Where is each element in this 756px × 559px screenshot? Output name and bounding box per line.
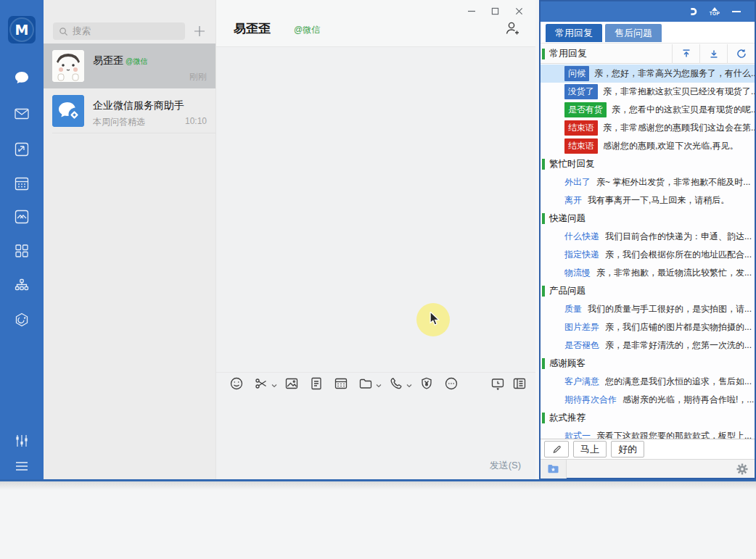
search-input[interactable]: 搜索 <box>53 22 185 40</box>
folder-dropdown-caret[interactable] <box>376 383 382 389</box>
split-view-icon[interactable] <box>512 376 527 391</box>
calendar-grid-icon[interactable] <box>334 376 348 391</box>
message-input[interactable]: 发送(S) <box>216 394 535 479</box>
edit-pencil-icon[interactable] <box>544 441 569 457</box>
reply-text: 感谢亲的光临，期待再合作啦!，... <box>623 394 754 406</box>
quick-reply-button[interactable]: 好的 <box>611 441 644 457</box>
reply-label: 指定快递 <box>564 249 599 261</box>
chat-name: 易歪歪@微信 <box>93 54 147 67</box>
maximize-button[interactable] <box>483 3 507 19</box>
reply-item[interactable]: 指定快递 亲，我们会根据你所在的地址匹配合... <box>541 246 755 264</box>
reply-item[interactable]: 结束语 亲，非常感谢您的惠顾我们这边会在第... <box>541 119 755 137</box>
add-member-icon[interactable] <box>504 20 521 37</box>
reply-label: 质量 <box>564 303 582 315</box>
reply-text: 亲，您好，非常高兴为您服务了，有什么... <box>594 67 755 80</box>
reply-text: 我们的质量与手工很好的，是实拍图，请... <box>588 303 752 315</box>
call-icon[interactable] <box>389 376 403 391</box>
reply-item[interactable]: 款式一 亲看下这款跟您要的那款款式，板型上... <box>541 427 755 439</box>
reply-item[interactable]: 期待再次合作 感谢亲的光临，期待再合作啦!，... <box>541 391 755 409</box>
reply-item[interactable]: 质量 我们的质量与手工很好的，是实拍图，请... <box>541 300 755 318</box>
refresh-icon[interactable] <box>727 44 755 64</box>
reply-item[interactable]: 图片差异 亲，我们店铺的图片都是实物拍摄的... <box>541 318 755 336</box>
payment-icon[interactable] <box>419 376 434 391</box>
group-header[interactable]: 感谢顾客 <box>541 355 755 373</box>
minimize-button[interactable] <box>459 3 483 19</box>
reply-item[interactable]: 没货了 亲，非常抱歉这款宝贝已经没有现货了... <box>541 83 755 101</box>
chat-list-panel: 搜索 易歪歪@微信 刚刚 <box>44 0 215 479</box>
scroll-top-icon[interactable]: TOP <box>704 4 726 19</box>
reply-item[interactable]: 外出了 亲~ 掌柜外出发货，非常抱歉不能及时... <box>541 173 755 191</box>
call-dropdown-caret[interactable] <box>406 383 412 389</box>
group-header[interactable]: 款式推荐 <box>541 409 755 427</box>
apps-icon[interactable] <box>13 242 30 260</box>
settings-gear-icon[interactable] <box>736 463 749 476</box>
avatar <box>52 50 84 82</box>
file-icon[interactable] <box>309 376 324 391</box>
menu-icon[interactable] <box>13 457 30 475</box>
chat-list-item-wecom-assistant[interactable]: 企业微信服务商助手 本周问答精选 10:10 <box>44 88 215 133</box>
tab-common-replies[interactable]: 常用回复 <box>546 24 602 42</box>
panel-minimize-icon[interactable] <box>726 4 747 19</box>
folder-icon[interactable] <box>358 376 373 391</box>
group-header[interactable]: 快递问题 <box>541 210 755 228</box>
add-chat-button[interactable] <box>191 22 208 40</box>
group-header[interactable]: 产品问题 <box>541 282 755 300</box>
reply-text: 亲，我们店铺的图片都是实物拍摄的... <box>605 321 752 334</box>
reply-text: 亲，是非常好清洗的，您第一次洗的... <box>605 339 752 352</box>
tab-aftersale-issues[interactable]: 售后问题 <box>605 24 662 42</box>
reply-item[interactable]: 客户满意 您的满意是我们永恒的追求，售后如... <box>541 373 755 391</box>
reply-item[interactable]: 离开 我有事离开一下,马上回来，请稍后。 <box>541 191 755 210</box>
chat-history-icon[interactable] <box>490 376 505 391</box>
reply-label: 外出了 <box>564 176 591 189</box>
sliders-icon[interactable] <box>13 432 30 450</box>
expand-to-bottom-icon[interactable] <box>699 44 727 64</box>
reply-item[interactable]: 物流慢 亲，非常抱歉，最近物流比较繁忙，发... <box>541 264 755 282</box>
image-icon[interactable] <box>284 376 299 391</box>
wechat-window: M <box>0 0 535 479</box>
group-header[interactable]: 繁忙时回复 <box>541 155 755 173</box>
file-transfer-icon[interactable] <box>13 141 30 158</box>
reply-item[interactable]: 是否有货 亲，您看中的这款宝贝是有现货的呢... <box>541 101 755 119</box>
window-shadow <box>0 481 756 490</box>
reply-badge: 结束语 <box>564 138 598 154</box>
close-button[interactable] <box>507 3 531 19</box>
chat-list-item-yiwaiwai[interactable]: 易歪歪@微信 刚刚 <box>44 44 215 88</box>
reply-item[interactable]: 是否褪色 亲，是非常好清洗的，您第一次洗的... <box>541 336 755 355</box>
gallery-icon[interactable] <box>13 208 30 225</box>
more-icon[interactable] <box>444 376 459 391</box>
chat-header: 易歪歪 @微信 <box>216 0 535 47</box>
chat-icon[interactable] <box>13 69 30 86</box>
window-controls <box>459 3 531 19</box>
avatar <box>52 95 84 127</box>
reply-text: 感谢您的惠顾,欢迎下次光临,再见。 <box>603 140 739 152</box>
reply-label: 是否褪色 <box>564 339 599 352</box>
reply-text: 亲看下这款跟您要的那款款式，板型上... <box>596 430 752 439</box>
collapse-to-top-icon[interactable] <box>672 44 699 64</box>
screenshot-icon[interactable] <box>254 376 268 391</box>
reply-text: 我们目前合作的快递为：申通、韵达... <box>605 231 752 243</box>
org-chart-icon[interactable] <box>13 277 30 294</box>
app-logo[interactable]: M <box>8 16 36 44</box>
message-area[interactable] <box>216 48 535 372</box>
emoji-icon[interactable] <box>229 376 244 391</box>
reply-label: 期待再次合作 <box>564 394 617 406</box>
wechat-tag: @微信 <box>126 57 147 65</box>
folder-icon[interactable] <box>541 460 567 479</box>
package-icon[interactable] <box>13 311 30 328</box>
dock-magnet-icon[interactable] <box>682 4 704 19</box>
mail-icon[interactable] <box>13 105 30 123</box>
screenshot-dropdown-caret[interactable] <box>271 383 277 389</box>
logo-letter: M <box>15 22 29 38</box>
mouse-cursor <box>429 312 439 325</box>
reply-item[interactable]: 什么快递 我们目前合作的快递为：申通、韵达... <box>541 228 755 246</box>
quick-reply-button[interactable]: 马上 <box>573 441 607 457</box>
send-button[interactable]: 发送(S) <box>490 459 521 472</box>
chat-preview: 本周问答精选 <box>93 116 145 128</box>
top-label: TOP <box>710 12 720 17</box>
calendar-icon[interactable] <box>13 175 30 192</box>
reply-item[interactable]: 结束语 感谢您的惠顾,欢迎下次光临,再见。 <box>541 137 755 155</box>
reply-text: 亲，非常感谢您的惠顾我们这边会在第... <box>603 122 755 134</box>
reply-item[interactable]: 问候 亲，您好，非常高兴为您服务了，有什么... <box>541 65 755 83</box>
reply-text: 亲，非常抱歉，最近物流比较繁忙，发... <box>596 267 752 279</box>
chat-title: 易歪歪 <box>234 20 271 37</box>
